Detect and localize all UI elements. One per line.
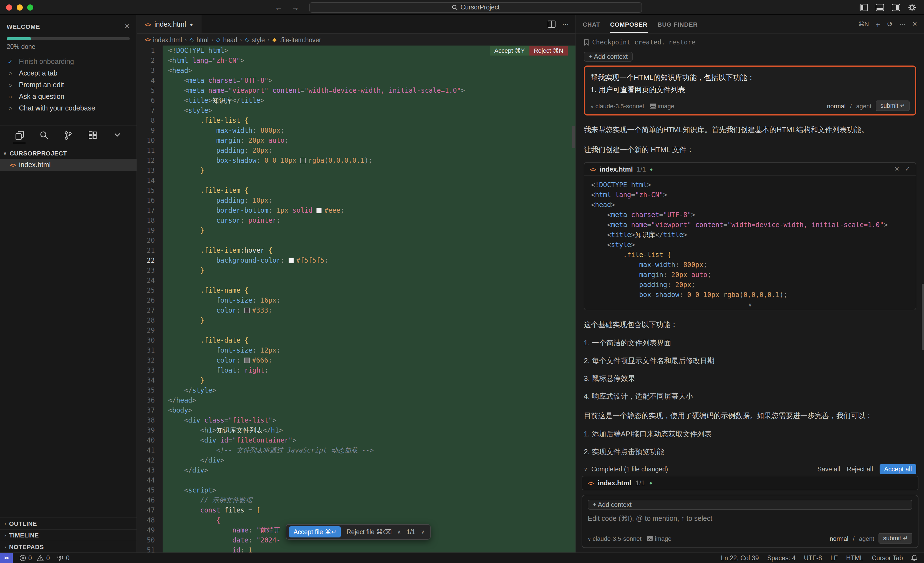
code-line[interactable]: 43 </div> (137, 465, 576, 475)
image-attach-button[interactable]: image (647, 535, 672, 542)
mode-agent[interactable]: agent (859, 535, 874, 542)
code-line[interactable]: 13 } (137, 165, 576, 176)
eol-sequence[interactable]: LF (830, 555, 838, 561)
source-control-icon[interactable] (62, 131, 74, 143)
accept-file-button[interactable]: Accept file ⌘↵ (289, 526, 341, 537)
cursor-tab-toggle[interactable]: Cursor Tab (872, 555, 903, 561)
code-line[interactable]: 7 <style> (137, 105, 576, 116)
split-editor-icon[interactable] (548, 21, 555, 28)
code-line[interactable]: 41 <!-- 文件列表将通过 JavaScript 动态加载 --> (137, 445, 576, 455)
code-line[interactable]: 24 (137, 275, 576, 285)
editor-scrollbar[interactable] (572, 126, 575, 148)
code-line[interactable]: 5 <meta name="viewport" content="width=d… (137, 86, 576, 96)
code-line[interactable]: 44 (137, 475, 576, 485)
chevron-down-icon[interactable]: ∨ (584, 466, 587, 472)
breadcrumb-item[interactable]: style (252, 36, 265, 43)
user-prompt-card[interactable]: 帮我实现一个HTML的知识库功能，包括以下功能：1. 用户可查看网页的文件列表 … (584, 66, 916, 116)
search-icon[interactable] (38, 131, 50, 143)
notifications-bell-icon[interactable] (911, 555, 917, 561)
code-line[interactable]: 12 box-shadow: 0 0 10px rgba(0,0,0,0.1); (137, 155, 576, 165)
code-line[interactable]: 17 border-bottom: 1px solid #eee; (137, 206, 576, 215)
restore-checkpoint-link[interactable]: restore (669, 38, 695, 46)
code-line[interactable]: 6 <title>知识库</title> (137, 96, 576, 105)
onboarding-item[interactable]: ○Ask a question (7, 90, 130, 102)
code-line[interactable]: 46 // 示例文件数据 (137, 495, 576, 505)
close-icon[interactable]: ✕ (124, 23, 130, 30)
image-attach-button[interactable]: image (650, 102, 674, 109)
code-line[interactable]: 42 </div> (137, 455, 576, 465)
panel-scrollbar[interactable] (922, 284, 924, 350)
code-line[interactable]: 26 font-size: 16px; (137, 296, 576, 305)
code-line[interactable]: 29 (137, 325, 576, 335)
extensions-icon[interactable] (87, 131, 99, 143)
reject-file-button[interactable]: Reject file ⌘⌫ (346, 528, 392, 536)
command-center-search[interactable]: CursorProject (309, 2, 642, 12)
code-line[interactable]: 4 <meta charset="UTF-8"> (137, 75, 576, 86)
chevron-up-icon[interactable]: ∧ (398, 529, 401, 535)
chevron-down-icon[interactable] (111, 131, 123, 143)
code-line[interactable]: 28 } (137, 315, 576, 325)
save-all-button[interactable]: Save all (818, 466, 840, 473)
code-line[interactable]: 25 .file-name { (137, 285, 576, 296)
code-line[interactable]: 30 .file-date { (137, 335, 576, 345)
code-line[interactable]: 35 </style> (137, 385, 576, 395)
code-line[interactable]: 16 padding: 10px; (137, 195, 576, 206)
back-icon[interactable]: ← (275, 3, 282, 12)
submit-button[interactable]: submit ↵ (879, 533, 912, 543)
code-line[interactable]: 48 { (137, 515, 576, 525)
code-card-filename[interactable]: index.html (600, 165, 633, 173)
code-line[interactable]: 19 } (137, 225, 576, 236)
composer-input[interactable]: + Add context Edit code (⌘I), @ to menti… (582, 495, 918, 548)
remote-indicator[interactable]: >< (0, 553, 13, 563)
code-line[interactable]: 36</head> (137, 395, 576, 405)
mode-agent[interactable]: agent (856, 102, 872, 109)
code-line[interactable]: 3<head> (137, 66, 576, 75)
code-line[interactable]: 2<html lang="zh-CN"> (137, 56, 576, 66)
sidebar-section-outline[interactable]: ›OUTLINE (0, 518, 136, 529)
indentation[interactable]: Spaces: 4 (767, 555, 795, 561)
sidebar-section-timeline[interactable]: ›TIMELINE (0, 529, 136, 541)
language-mode[interactable]: HTML (846, 555, 864, 561)
settings-gear-icon[interactable] (908, 3, 916, 11)
code-line[interactable]: 34 } (137, 375, 576, 385)
code-line[interactable]: 40 <div id="fileContainer"> (137, 435, 576, 445)
code-line[interactable]: 11 padding: 20px; (137, 146, 576, 155)
explorer-root-folder[interactable]: ∨ CURSORPROJECT (0, 147, 136, 159)
minimize-window-button[interactable] (16, 4, 23, 10)
zoom-window-button[interactable] (27, 4, 33, 10)
explorer-file-index-html[interactable]: <> index.html (0, 159, 136, 171)
add-context-button[interactable]: + Add context (588, 500, 912, 510)
plus-icon[interactable]: + (876, 20, 880, 29)
explorer-files-icon[interactable] (14, 131, 26, 143)
code-line[interactable]: 37<body> (137, 405, 576, 415)
tab-index-html[interactable]: <> index.html ● (137, 15, 201, 33)
breadcrumb-item[interactable]: index.html (153, 36, 182, 43)
code-line[interactable]: 47 const files = [ (137, 505, 576, 515)
close-window-button[interactable] (6, 4, 12, 10)
accept-all-button[interactable]: Accept all (880, 464, 916, 474)
breadcrumb-item[interactable]: html (196, 36, 208, 43)
sidebar-section-notepads[interactable]: ›NOTEPADS (0, 541, 136, 552)
code-line[interactable]: 38 <div class="file-list"> (137, 415, 576, 425)
code-line[interactable]: 8 .file-list { (137, 116, 576, 126)
model-selector[interactable]: ∨ claude-3.5-sonnet (588, 535, 642, 542)
submit-button[interactable]: submit ↵ (876, 101, 910, 111)
code-line[interactable]: 23 } (137, 266, 576, 275)
code-line[interactable]: 45 <script> (137, 485, 576, 495)
reject-all-button[interactable]: Reject all (847, 466, 873, 473)
code-line[interactable]: 20 (137, 236, 576, 245)
breadcrumb-item[interactable]: head (223, 36, 237, 43)
cursor-position[interactable]: Ln 22, Col 39 (721, 555, 759, 561)
mode-normal[interactable]: normal (827, 102, 846, 109)
onboarding-item[interactable]: ✓Finish onboarding (7, 56, 130, 67)
code-line[interactable]: 22 background-color: #f5f5f5; (137, 255, 576, 266)
code-line[interactable]: 15 .file-item { (137, 185, 576, 195)
code-line[interactable]: 32 color: #666; (137, 355, 576, 365)
model-selector[interactable]: ∨ claude-3.5-sonnet (591, 102, 644, 109)
code-line[interactable]: 31 font-size: 12px; (137, 345, 576, 355)
code-line[interactable]: 21 .file-item:hover { (137, 245, 576, 255)
toggle-left-sidebar-icon[interactable] (860, 4, 868, 11)
changed-file-row[interactable]: <> index.html 1/1 ● (582, 476, 918, 490)
accept-file-icon[interactable]: ✓ (905, 165, 910, 173)
breadcrumb[interactable]: <>index.html›◇html›◇head›◇style›◆.file-i… (137, 34, 576, 45)
